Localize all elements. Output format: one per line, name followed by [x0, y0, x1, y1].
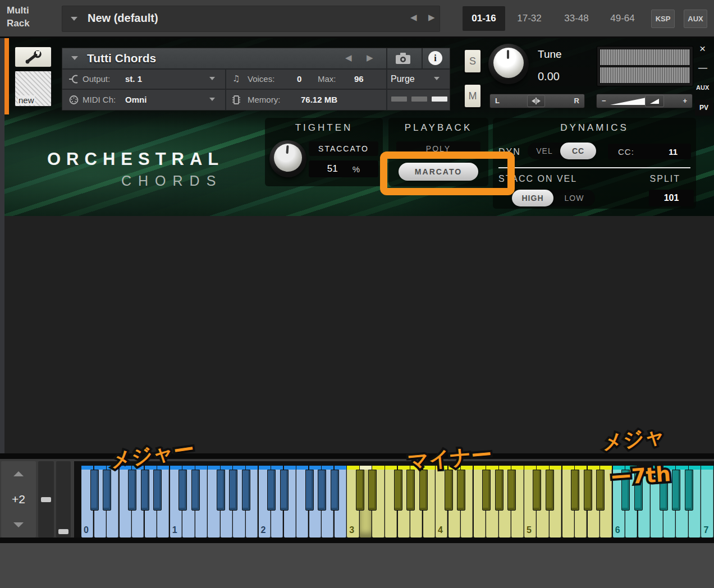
keyboard-scroll-handle-2[interactable]: [58, 529, 68, 534]
inst-aux-button[interactable]: AUX: [696, 84, 709, 91]
black-key[interactable]: [217, 470, 225, 511]
low-option[interactable]: LOW: [553, 190, 595, 206]
vel-cc-toggle[interactable]: VEL CC: [528, 143, 596, 159]
memory-label: Memory:: [248, 95, 280, 104]
high-option[interactable]: HIGH: [512, 190, 553, 206]
transpose-control[interactable]: +2: [1, 461, 36, 538]
black-key[interactable]: [128, 470, 136, 511]
tab-49-64[interactable]: 49-64: [606, 6, 639, 31]
midi-ch-label: MIDI Ch:: [83, 95, 116, 104]
pan-handle[interactable]: [527, 95, 545, 107]
octave-label: 4: [438, 525, 443, 535]
black-key[interactable]: [267, 470, 276, 511]
midi-dropdown-icon[interactable]: [209, 98, 215, 101]
high-low-toggle[interactable]: HIGH LOW: [512, 190, 595, 206]
black-key[interactable]: [305, 470, 314, 511]
split-value-box[interactable]: 101: [649, 190, 694, 206]
tighten-value-box[interactable]: 51 %: [309, 160, 378, 177]
preset-name: New (default): [88, 12, 158, 25]
black-key[interactable]: [331, 470, 339, 511]
cc-number-box[interactable]: CC: 11: [608, 144, 691, 159]
black-key[interactable]: [368, 470, 377, 511]
black-key[interactable]: [153, 470, 162, 511]
tighten-mode[interactable]: STACCATO: [309, 141, 378, 156]
octave-label: 0: [84, 525, 89, 535]
wrench-icon: [24, 50, 43, 64]
instrument-title[interactable]: Tutti Chords: [87, 52, 156, 65]
instrument-collapse-icon[interactable]: [71, 56, 78, 60]
purge-dropdown-icon[interactable]: [434, 77, 440, 80]
key-range-strip: [195, 466, 207, 470]
black-key[interactable]: [90, 470, 99, 511]
black-key[interactable]: [280, 470, 289, 511]
new-instrument-button[interactable]: new: [15, 71, 52, 107]
tune-value-box[interactable]: 0.00: [528, 67, 595, 86]
aux-button[interactable]: AUX: [684, 10, 707, 28]
memory-chip-icon: [232, 95, 240, 105]
white-key[interactable]: 7: [701, 466, 713, 538]
output-value[interactable]: st. 1: [125, 74, 142, 84]
preset-next-button[interactable]: ▶: [428, 12, 435, 22]
black-key[interactable]: [482, 470, 491, 511]
black-key[interactable]: [457, 470, 465, 511]
info-icon[interactable]: i: [428, 51, 442, 65]
solo-button[interactable]: S: [464, 49, 481, 73]
keyboard-scroll-track-1[interactable]: [38, 461, 54, 538]
black-key[interactable]: [318, 470, 326, 511]
black-key[interactable]: [103, 470, 111, 511]
voices-value: 0: [297, 74, 301, 84]
black-key[interactable]: [356, 470, 364, 511]
black-key[interactable]: [507, 470, 516, 511]
transpose-down-icon[interactable]: [13, 522, 24, 527]
black-key[interactable]: [394, 470, 402, 511]
pan-slider[interactable]: L R: [489, 94, 585, 108]
black-key[interactable]: [596, 470, 605, 511]
volume-wedge: [610, 97, 647, 105]
tab-01-16[interactable]: 01-16: [463, 6, 505, 31]
black-key[interactable]: [571, 470, 579, 511]
pan-right-label: R: [574, 97, 579, 105]
black-key[interactable]: [445, 470, 453, 511]
top-bar: MultiRack New (default) ◀ ▶ 01-16 17-32 …: [0, 0, 714, 36]
black-key[interactable]: [685, 470, 693, 511]
midi-ch-value[interactable]: Omni: [125, 95, 147, 104]
instrument-next-button[interactable]: ▶: [367, 53, 373, 63]
black-key[interactable]: [191, 470, 200, 511]
tab-33-48[interactable]: 33-48: [560, 6, 593, 31]
purge-button[interactable]: Purge: [391, 74, 415, 84]
ksp-button[interactable]: KSP: [651, 10, 675, 28]
wrench-button[interactable]: [15, 47, 52, 67]
key-range-strip: [322, 466, 333, 470]
keyboard-scroll-track-2[interactable]: [56, 461, 71, 538]
black-key[interactable]: [141, 470, 149, 511]
black-key[interactable]: [495, 470, 504, 511]
close-icon[interactable]: ×: [699, 43, 706, 55]
volume-minus-label: −: [602, 97, 606, 105]
transpose-up-icon[interactable]: [13, 471, 24, 476]
max-value[interactable]: 96: [354, 74, 364, 84]
output-dropdown-icon[interactable]: [209, 77, 215, 80]
keyboard-scroll-handle-1[interactable]: [41, 497, 51, 502]
black-key[interactable]: [546, 470, 554, 511]
minimize-icon[interactable]: —: [698, 63, 707, 73]
cc-option[interactable]: CC: [560, 143, 596, 159]
black-key[interactable]: [584, 470, 592, 511]
preset-dropdown[interactable]: New (default) ◀ ▶: [62, 6, 440, 32]
pv-button[interactable]: PV: [695, 100, 713, 116]
snapshot-camera-icon[interactable]: [395, 52, 411, 65]
volume-slider[interactable]: − +: [596, 94, 693, 108]
vel-option[interactable]: VEL: [528, 143, 561, 159]
tab-17-32[interactable]: 17-32: [514, 6, 545, 31]
black-key[interactable]: [242, 470, 250, 511]
black-key[interactable]: [533, 470, 541, 511]
black-key[interactable]: [672, 470, 680, 511]
mute-button[interactable]: M: [464, 84, 481, 108]
tighten-knob[interactable]: [269, 140, 306, 177]
black-key[interactable]: [229, 470, 237, 511]
volume-handle[interactable]: [645, 95, 664, 107]
black-key[interactable]: [419, 470, 428, 511]
black-key[interactable]: [178, 470, 187, 511]
preset-prev-button[interactable]: ◀: [410, 12, 417, 22]
tune-knob[interactable]: [488, 44, 529, 84]
instrument-prev-button[interactable]: ◀: [345, 53, 352, 63]
